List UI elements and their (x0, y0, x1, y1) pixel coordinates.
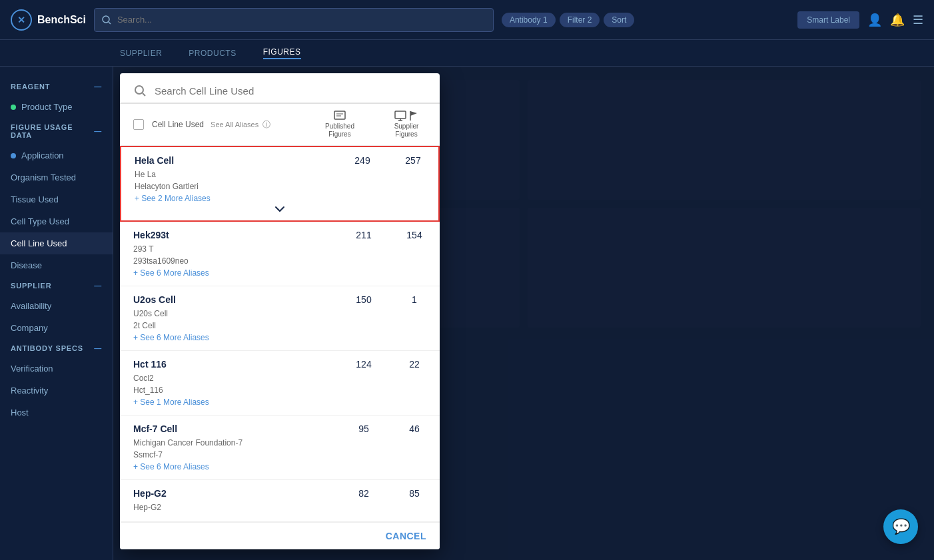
hela-see-more[interactable]: + See 2 More Aliases (135, 194, 425, 203)
subnav-figures[interactable]: FIGURES (263, 47, 301, 59)
cell-line-item-mcf7[interactable]: Mcf-7 Cell 95 46 Michigan Cancer Foundat… (120, 416, 440, 480)
reagent-collapse-icon[interactable]: — (94, 83, 102, 91)
svg-rect-4 (334, 111, 345, 119)
chat-bubble[interactable]: 💬 (883, 509, 918, 544)
info-icon[interactable]: ⓘ (262, 119, 270, 131)
column-headers: Cell Line Used See All Aliases ⓘ (120, 104, 440, 146)
hela-row: Hela Cell 249 257 (135, 155, 425, 166)
sidebar-item-organism-tested[interactable]: Organism Tested (0, 166, 113, 188)
sidebar-item-application[interactable]: Application (0, 144, 113, 166)
mcf7-row: Mcf-7 Cell 95 46 (133, 423, 426, 434)
hepg2-name: Hep-G2 (133, 488, 167, 499)
nav-right: Smart Label 👤 🔔 ☰ (797, 11, 923, 29)
cell-line-item-u2os[interactable]: U2os Cell 150 1 U20s Cell 2t Cell + See … (120, 286, 440, 351)
cell-line-item-hela[interactable]: Hela Cell 249 257 He La Helacyton Gartle… (120, 146, 440, 222)
hepg2-row: Hep-G2 82 85 (133, 488, 426, 499)
col-header-right: Published Figures (320, 111, 426, 139)
hct116-row: Hct 116 124 22 (133, 359, 426, 370)
sidebar-item-reactivity[interactable]: Reactivity (0, 380, 113, 402)
u2os-published: 150 (352, 294, 376, 305)
menu-icon[interactable]: ☰ (913, 13, 923, 27)
search-icon (101, 15, 112, 25)
hela-published: 249 (350, 155, 374, 166)
supplier-figures-header: Supplier Figures (386, 111, 426, 139)
user-avatar[interactable]: 👤 (867, 13, 882, 27)
cell-line-modal: Cell Line Used See All Aliases ⓘ (120, 73, 440, 549)
content-area: Cell Line Used See All Aliases ⓘ (113, 67, 934, 560)
sidebar-reagent-header: REAGENT — (0, 77, 113, 96)
supplier-flag-icon (409, 111, 418, 121)
sidebar-item-verification[interactable]: Verification (0, 358, 113, 380)
hek293t-counts: 211 154 (352, 230, 426, 240)
hct116-name: Hct 116 (133, 359, 167, 370)
subnav: SUPPLIER PRODUCTS FIGURES (0, 40, 934, 67)
nav-pill-1[interactable]: Antibody 1 (502, 13, 556, 27)
sidebar-item-company[interactable]: Company (0, 317, 113, 339)
select-all-checkbox[interactable] (133, 119, 144, 130)
sidebar-item-cell-type-used[interactable]: Cell Type Used (0, 210, 113, 232)
cell-line-item-hek293t[interactable]: Hek293t 211 154 293 T 293tsa1609neo + Se… (120, 222, 440, 286)
hek293t-name: Hek293t (133, 230, 169, 240)
u2os-see-more[interactable]: + See 6 More Aliases (133, 333, 426, 342)
mcf7-see-more[interactable]: + See 6 More Aliases (133, 462, 426, 471)
cell-line-search-input[interactable] (155, 85, 426, 97)
hct116-counts: 124 22 (352, 359, 426, 370)
sidebar-item-product-type[interactable]: Product Type (0, 96, 113, 118)
global-search-bar[interactable] (94, 8, 494, 32)
col-cell-line-label: Cell Line Used See All Aliases ⓘ (133, 119, 320, 131)
published-figures-header: Published Figures (320, 111, 360, 139)
u2os-aliases: U20s Cell 2t Cell (133, 308, 426, 332)
sidebar-item-host[interactable]: Host (0, 402, 113, 423)
product-type-dot (11, 105, 16, 110)
antibody-collapse-icon[interactable]: — (94, 344, 102, 352)
mcf7-counts: 95 46 (352, 423, 426, 434)
logo-icon: ✕ (11, 9, 32, 31)
mcf7-aliases: Michigan Cancer Foundation-7 Ssmcf-7 (133, 437, 426, 461)
modal-search-area (120, 73, 440, 104)
sidebar: REAGENT — Product Type FIGURE USAGE DATA… (0, 67, 113, 560)
global-search-input[interactable] (117, 15, 486, 25)
hela-aliases: He La Helacyton Gartleri (135, 168, 425, 192)
hct116-see-more[interactable]: + See 1 More Aliases (133, 398, 426, 407)
hepg2-published: 82 (352, 488, 376, 499)
hct116-supplier: 22 (402, 359, 426, 370)
cancel-button[interactable]: CANCEL (386, 531, 426, 541)
subnav-supplier[interactable]: SUPPLIER (120, 49, 162, 58)
modal-overlay: Cell Line Used See All Aliases ⓘ (113, 67, 934, 560)
hela-chevron[interactable] (135, 203, 425, 212)
svg-point-0 (103, 16, 109, 23)
modal-search-icon (133, 84, 147, 97)
hepg2-supplier: 85 (402, 488, 426, 499)
sidebar-item-disease[interactable]: Disease (0, 254, 113, 276)
hek293t-see-more[interactable]: + See 6 More Aliases (133, 268, 426, 278)
logo[interactable]: ✕ BenchSci (11, 9, 86, 31)
bell-icon[interactable]: 🔔 (890, 13, 905, 27)
mcf7-supplier: 46 (402, 423, 426, 434)
hek293t-aliases: 293 T 293tsa1609neo (133, 243, 426, 267)
hepg2-counts: 82 85 (352, 488, 426, 499)
hepg2-aliases: Hep-G2 (133, 501, 426, 513)
nav-pill-2[interactable]: Filter 2 (560, 13, 600, 27)
sidebar-item-availability[interactable]: Availability (0, 295, 113, 317)
hela-name: Hela Cell (135, 155, 174, 166)
u2os-name: U2os Cell (133, 294, 176, 305)
hela-supplier: 257 (401, 155, 425, 166)
nav-pill-3[interactable]: Sort (604, 13, 634, 27)
figure-collapse-icon[interactable]: — (94, 127, 102, 135)
subnav-products[interactable]: PRODUCTS (189, 49, 236, 58)
sidebar-item-tissue-used[interactable]: Tissue Used (0, 188, 113, 210)
hek293t-row: Hek293t 211 154 (133, 230, 426, 240)
sidebar-item-cell-line-used[interactable]: Cell Line Used (0, 232, 113, 254)
see-all-aliases-label: See All Aliases (211, 121, 258, 129)
svg-line-3 (143, 93, 145, 96)
sidebar-supplier-header: SUPPLIER — (0, 276, 113, 295)
main-layout: REAGENT — Product Type FIGURE USAGE DATA… (0, 67, 934, 560)
cell-line-item-hepg2[interactable]: Hep-G2 82 85 Hep-G2 (120, 480, 440, 522)
mcf7-published: 95 (352, 423, 376, 434)
cell-line-item-hct116[interactable]: Hct 116 124 22 Cocl2 Hct_116 + See 1 Mor… (120, 351, 440, 416)
supplier-collapse-icon[interactable]: — (94, 282, 102, 290)
smart-label-button[interactable]: Smart Label (797, 11, 859, 29)
u2os-counts: 150 1 (352, 294, 426, 305)
sidebar-figure-header: FIGURE USAGE DATA — (0, 118, 113, 144)
svg-point-2 (135, 86, 143, 94)
